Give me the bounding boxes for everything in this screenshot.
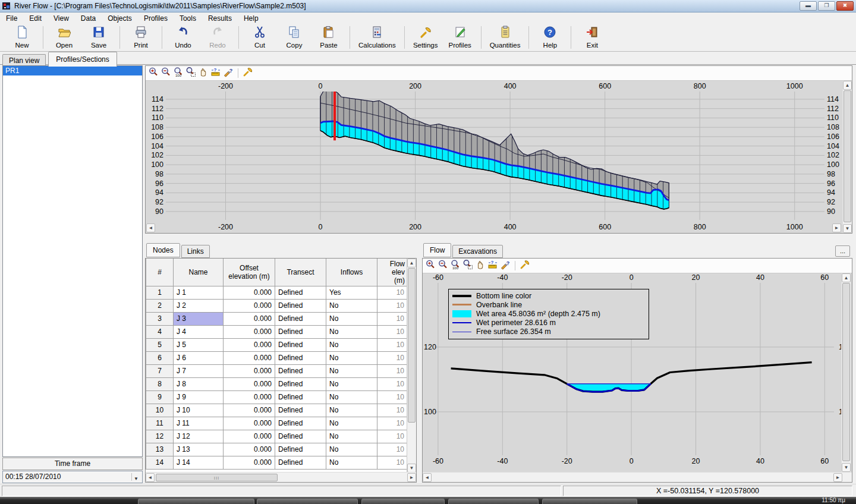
cell[interactable]: J 9 [174, 390, 224, 404]
cell[interactable]: Defined [275, 404, 326, 417]
close-button[interactable]: ✖ [836, 1, 854, 11]
menu-profiles[interactable]: Profiles [138, 13, 174, 24]
scroll-down-icon[interactable]: ▼ [843, 224, 852, 233]
table-row[interactable]: 5J 50.000DefinedNo10 [146, 338, 408, 351]
cell[interactable]: Defined [275, 417, 326, 430]
toolbar-button-undo[interactable]: Undo [166, 24, 200, 51]
cell[interactable]: 10 [377, 338, 408, 351]
cell[interactable]: Defined [275, 377, 326, 390]
toolbar-button-cut[interactable]: Cut [243, 24, 277, 51]
cell[interactable]: 10 [377, 417, 408, 430]
cell[interactable]: 10 [377, 351, 408, 364]
cell[interactable]: 7 [146, 364, 174, 377]
more-options-button[interactable]: ... [835, 245, 850, 257]
cell[interactable]: No [326, 430, 377, 443]
cell[interactable]: 10 [377, 404, 408, 417]
profiles-listbox[interactable]: PR1 [2, 65, 143, 457]
toolbar-button-print[interactable]: Print [124, 24, 158, 51]
cell[interactable]: Defined [275, 312, 326, 325]
query-icon[interactable]: ? [223, 67, 234, 80]
column-header[interactable]: Inflows [326, 259, 377, 286]
profile-list-item[interactable]: PR1 [3, 66, 142, 75]
cell[interactable]: J 11 [174, 417, 224, 430]
cell[interactable]: 0.000 [224, 286, 275, 299]
toolbar-button-quantities[interactable]: Quantities [485, 24, 525, 51]
cell[interactable]: J 10 [174, 404, 224, 417]
zoom-window-icon[interactable] [462, 259, 473, 272]
windows-taskbar[interactable]: 11:50 πμ [0, 497, 856, 504]
scroll-right-icon[interactable]: ► [832, 223, 841, 232]
zoom-window-icon[interactable] [185, 67, 196, 80]
cell[interactable]: J 3 [174, 312, 224, 325]
cell[interactable]: Defined [275, 390, 326, 404]
table-row[interactable]: 10J 100.000DefinedNo10 [146, 404, 408, 417]
table-row[interactable]: 13J 130.000DefinedNo10 [146, 443, 408, 456]
menu-objects[interactable]: Objects [102, 13, 138, 24]
toolbar-button-exit[interactable]: Exit [575, 24, 609, 51]
table-row[interactable]: 12J 120.000DefinedNo10 [146, 430, 408, 443]
measure-icon[interactable]: ? [210, 67, 221, 80]
cell[interactable]: J 8 [174, 377, 224, 390]
wrench-icon[interactable] [243, 67, 253, 80]
cell[interactable]: Defined [275, 430, 326, 443]
cell[interactable]: J 5 [174, 338, 224, 351]
table-row[interactable]: 3J 30.000DefinedNo10 [146, 312, 408, 325]
toolbar-button-help[interactable]: ?Help [533, 24, 567, 51]
scroll-left-icon[interactable]: ◄ [146, 473, 155, 482]
cell[interactable]: 5 [146, 338, 174, 351]
scroll-right-icon[interactable]: ► [833, 473, 842, 482]
table-row[interactable]: 14J 140.000DefinedNo10 [146, 456, 408, 469]
zoom-100-icon[interactable]: 100 [173, 67, 184, 80]
cell[interactable]: 9 [146, 390, 174, 404]
menu-results[interactable]: Results [202, 13, 238, 24]
zoom-100-icon[interactable]: 100 [450, 259, 461, 272]
cell[interactable]: J 14 [174, 456, 224, 469]
cell[interactable]: 10 [377, 456, 408, 469]
pan-hand-icon[interactable] [475, 259, 486, 272]
cell[interactable]: 0.000 [224, 299, 275, 312]
tab-profiles-sections[interactable]: Profiles/Sections [48, 52, 117, 67]
zoom-in-icon[interactable] [148, 67, 159, 80]
cell[interactable]: No [326, 351, 377, 364]
menu-data[interactable]: Data [75, 13, 102, 24]
wrench-icon[interactable] [520, 259, 530, 272]
column-header[interactable]: Name [174, 259, 224, 286]
toolbar-button-profiles[interactable]: Profiles [443, 24, 477, 51]
column-header[interactable]: Transect [275, 259, 326, 286]
cell[interactable]: No [326, 443, 377, 456]
chevron-down-icon[interactable]: ▼ [131, 473, 140, 481]
table-horizontal-scrollbar[interactable]: ◄ III ► [146, 472, 416, 482]
table-row[interactable]: 2J 20.000DefinedNo10 [146, 299, 408, 312]
cell[interactable]: 10 [377, 299, 408, 312]
scroll-up-icon[interactable]: ▲ [843, 81, 852, 90]
table-row[interactable]: 1J 10.000DefinedYes10 [146, 286, 408, 299]
cell[interactable]: Defined [275, 443, 326, 456]
tab-links[interactable]: Links [181, 245, 210, 258]
table-row[interactable]: 6J 60.000DefinedNo10 [146, 351, 408, 364]
cell[interactable]: No [326, 404, 377, 417]
zoom-out-icon[interactable] [160, 67, 171, 80]
tab-flow[interactable]: Flow [423, 243, 451, 257]
section-horizontal-scrollbar[interactable]: ◄ ► [423, 472, 852, 482]
cell[interactable]: 11 [146, 417, 174, 430]
table-row[interactable]: 9J 90.000DefinedNo10 [146, 390, 408, 404]
table-vertical-scrollbar[interactable]: ▲ ▼ [407, 259, 416, 472]
cell[interactable]: 3 [146, 312, 174, 325]
scroll-up-icon[interactable]: ▲ [842, 273, 851, 282]
cell[interactable]: 0.000 [224, 338, 275, 351]
cell[interactable]: 0.000 [224, 430, 275, 443]
cell[interactable]: 10 [146, 404, 174, 417]
cell[interactable]: 13 [146, 443, 174, 456]
cell[interactable]: No [326, 338, 377, 351]
cell[interactable]: No [326, 364, 377, 377]
cell[interactable]: J 12 [174, 430, 224, 443]
cell[interactable]: Defined [275, 299, 326, 312]
cell[interactable]: Defined [275, 456, 326, 469]
query-icon[interactable]: ? [500, 259, 511, 272]
pan-hand-icon[interactable] [198, 67, 209, 80]
cell[interactable]: 0.000 [224, 456, 275, 469]
toolbar-button-new[interactable]: New [5, 24, 39, 51]
cell[interactable]: 10 [377, 430, 408, 443]
cell[interactable]: 0.000 [224, 417, 275, 430]
cell[interactable]: 10 [377, 390, 408, 404]
